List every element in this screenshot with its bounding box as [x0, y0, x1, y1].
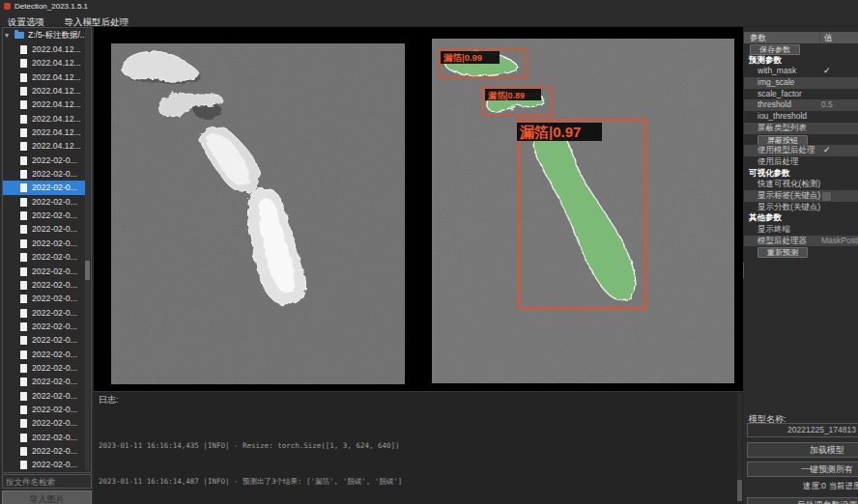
param-label: 屏蔽按钮 — [758, 135, 808, 146]
tree-file-label: 2022.04.12... — [32, 56, 81, 70]
caret-down-icon[interactable]: ▾ — [5, 28, 9, 42]
param-row[interactable]: 显示终端 — [744, 224, 858, 236]
param-column-header: 参数 — [750, 32, 766, 43]
file-icon — [20, 364, 27, 373]
prediction-image[interactable]: 漏箔|0.99 漏箔|0.89 漏箔|0.97 — [432, 39, 734, 383]
log-panel: 日志: 2023-01-11 16:16:14,435 |INFO| - Res… — [94, 391, 743, 504]
file-icon — [20, 336, 27, 345]
param-row[interactable]: 使用模型后处理 ✓ — [744, 145, 858, 156]
tree-file-label: 2022-02-0... — [32, 403, 77, 416]
tree-file-item[interactable]: 2022-02-0... — [3, 403, 85, 416]
file-icon — [20, 309, 27, 318]
param-label: 预测参数 — [749, 55, 782, 65]
tree-file-item[interactable]: 2022-02-0... — [3, 222, 85, 236]
param-row[interactable]: scale_factor — [744, 89, 858, 100]
tree-file-item[interactable]: 2022-02-0... — [3, 278, 85, 292]
param-value: MaskPostPro — [821, 236, 858, 247]
param-row[interactable]: with_mask ✓ — [744, 66, 858, 77]
tree-scrollbar[interactable] — [85, 29, 90, 471]
tree-file-item[interactable]: 2022-02-0... — [3, 389, 85, 403]
progress-text: 速度:0 当前进度 — [803, 481, 858, 492]
tree-file-item[interactable]: 2022-02-0... — [3, 444, 85, 458]
param-value — [821, 191, 832, 202]
tree-file-item[interactable]: 2022-02-0... — [3, 250, 85, 264]
tree-file-label: 2022.04.12... — [32, 42, 81, 56]
tree-file-item[interactable]: 2022-02-0... — [3, 265, 85, 278]
tree-file-item[interactable]: 2022-02-0... — [3, 320, 85, 333]
log-scrollbar[interactable] — [737, 393, 742, 503]
window-title: Detection_2023.1.5.1 — [14, 2, 88, 11]
tree-file-item[interactable]: 2022.04.12... — [3, 112, 85, 126]
import-images-button[interactable]: 导入图片 — [2, 490, 92, 504]
tree-file-label: 2022-02-0... — [32, 389, 77, 403]
param-row[interactable]: 重新预测 — [744, 246, 858, 258]
file-icon — [20, 419, 27, 428]
tree-file-item[interactable]: 2022.04.12... — [3, 139, 85, 153]
tree-file-item[interactable]: 2022.04.12... — [3, 70, 85, 84]
load-model-button[interactable]: 加载模型 — [747, 442, 858, 458]
log-lines: 2023-01-11 16:16:14,435 |INFO| - Resize:… — [99, 406, 735, 504]
tree-file-item[interactable]: 2022.04.12... — [3, 42, 85, 56]
tree-file-label: 2022-02-0... — [32, 306, 77, 320]
param-label: 保存参数 — [750, 44, 800, 55]
tree-file-item[interactable]: 2022-02-0... — [3, 237, 85, 250]
param-row[interactable]: 预测参数 — [744, 55, 858, 67]
tree-file-item[interactable]: 2022-02-0... — [3, 333, 85, 347]
tree-file-label: 2022.04.12... — [32, 139, 81, 153]
tree-file-item[interactable]: 2022.04.12... — [3, 98, 85, 111]
tree-file-item[interactable]: 2022-02-0... — [3, 375, 85, 388]
tree-file-label: 2022-02-0... — [32, 250, 77, 264]
tree-file-item[interactable]: 2022.04.12... — [3, 56, 85, 70]
tree-file-item[interactable]: 2022.04.12... — [3, 84, 85, 98]
tree-file-item[interactable]: 2022-02-0... — [3, 154, 85, 167]
file-icon — [20, 100, 27, 109]
param-label: 显示终端 — [758, 224, 790, 234]
log-scrollbar-thumb[interactable] — [737, 480, 742, 501]
image-viewer[interactable]: 漏箔|0.99 漏箔|0.89 漏箔|0.97 — [94, 27, 743, 391]
param-row[interactable]: 显示分数(关键点) — [744, 202, 858, 213]
param-row[interactable]: img_scale — [744, 77, 858, 89]
param-row[interactable]: 屏蔽按钮 — [744, 134, 858, 146]
predict-all-button[interactable]: 一键预测所有 — [747, 462, 858, 477]
tree-file-item[interactable]: 2022-02-0... — [3, 458, 85, 471]
tree-file-item[interactable]: 2022.04.12... — [3, 126, 85, 139]
param-row[interactable]: 保存参数 — [744, 43, 858, 55]
param-row[interactable]: 模型后处理器 MaskPostPro — [744, 236, 858, 247]
param-label: threshold — [758, 99, 791, 109]
param-row[interactable]: iou_threshold — [744, 111, 858, 123]
file-icon — [20, 225, 27, 234]
model-name-field[interactable]: 20221225_174813 — [747, 423, 858, 437]
search-input[interactable] — [2, 474, 92, 489]
param-row[interactable]: 可视化参数 — [744, 168, 858, 180]
tree-file-item[interactable]: 2022-02-0... — [3, 431, 85, 444]
tree-file-item[interactable]: 2022-02-0... — [3, 195, 85, 209]
param-row[interactable]: 快速可视化(检测) — [744, 179, 858, 190]
tree-scrollbar-thumb[interactable] — [85, 261, 90, 280]
tree-file-item[interactable]: 2022-02-0... — [3, 181, 85, 194]
tree-root-folder[interactable]: ▾ Z:/5-标注数据/... — [3, 28, 91, 42]
tree-file-item[interactable]: 2022-02-0... — [3, 292, 85, 305]
tree-file-item[interactable]: 2022-02-0... — [3, 348, 85, 361]
file-icon — [20, 128, 27, 137]
postprocess-params-button[interactable]: 后处理参数设置 — [747, 497, 858, 504]
tree-file-label: 2022.04.12... — [32, 126, 81, 139]
param-label: 其他参数 — [749, 212, 782, 222]
param-row[interactable]: 使用后处理 — [744, 156, 858, 168]
tree-file-item[interactable]: 2022-02-0... — [3, 361, 85, 375]
param-row[interactable]: 其他参数 — [744, 212, 858, 224]
file-icon — [20, 406, 27, 414]
param-row[interactable]: 屏蔽类型列表 — [744, 123, 858, 134]
param-row[interactable]: 显示标签(关键点) — [744, 190, 858, 202]
param-label: iou_threshold — [758, 111, 807, 121]
tree-root-label: Z:/5-标注数据/... — [28, 28, 87, 42]
tree-file-item[interactable]: 2022-02-0... — [3, 416, 85, 430]
app-window: Detection_2023.1.5.1 设置选项 导入模型后处理 ▾ Z:/5… — [0, 0, 858, 504]
tree-file-item[interactable]: 2022-02-0... — [3, 209, 85, 222]
param-row[interactable]: threshold 0.5 — [744, 99, 858, 111]
param-label: 模型后处理器 — [758, 236, 807, 245]
tree-file-item[interactable]: 2022-02-0... — [3, 167, 85, 181]
tree-file-label: 2022-02-0... — [32, 361, 77, 375]
tree-file-item[interactable]: 2022-02-0... — [3, 306, 85, 320]
app-icon — [4, 3, 11, 10]
original-image[interactable] — [111, 43, 405, 384]
